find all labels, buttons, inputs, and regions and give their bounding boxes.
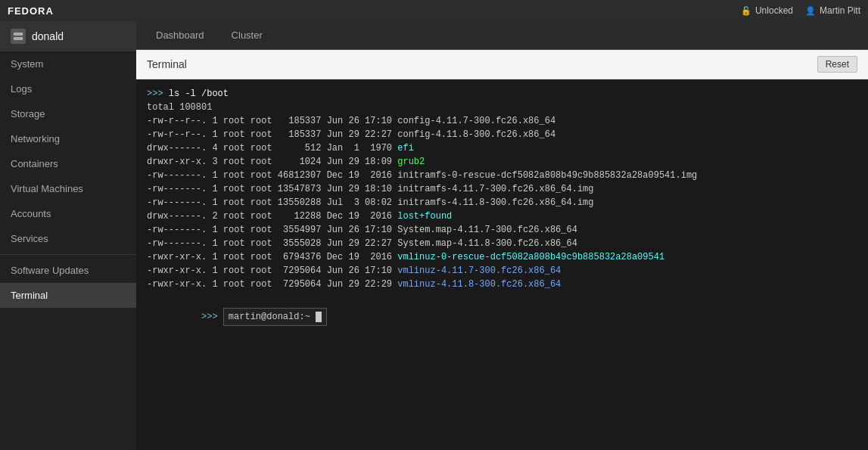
sidebar-item-storage[interactable]: Storage <box>0 101 136 126</box>
sidebar-item-accounts[interactable]: Accounts <box>0 201 136 226</box>
terminal-line: -rw-------. 1 root root 3555028 Jun 29 2… <box>147 237 857 250</box>
sidebar-item-system[interactable]: System <box>0 51 136 76</box>
terminal-line: drwx------. 4 root root 512 Jan 1 1970 e… <box>147 141 857 155</box>
main-content: Dashboard Cluster Terminal Reset >>> ls … <box>136 21 868 450</box>
layout: donald System Logs Storage Networking Co… <box>0 21 868 450</box>
topbar: FEDORA 🔓 Unlocked 👤 Martin Pitt <box>0 0 868 21</box>
user-icon: 👤 <box>805 6 816 16</box>
terminal-line: -rw-------. 1 root root 13550288 Jul 3 0… <box>147 196 857 209</box>
sidebar: donald System Logs Storage Networking Co… <box>0 21 136 450</box>
tab-dashboard[interactable]: Dashboard <box>144 23 216 48</box>
terminal-title: Terminal <box>147 58 187 70</box>
terminal-prompt-line: >>> martin@donald:~ <box>147 291 857 340</box>
terminal-cursor <box>316 312 322 322</box>
terminal-header: Terminal Reset <box>136 50 868 79</box>
user-label: Martin Pitt <box>820 5 860 16</box>
tabbar: Dashboard Cluster <box>136 21 868 50</box>
terminal-line: -rw-r--r--. 1 root root 185337 Jun 29 22… <box>147 128 857 141</box>
sidebar-item-containers[interactable]: Containers <box>0 151 136 176</box>
terminal-container: Terminal Reset >>> ls -l /boot total 100… <box>136 50 868 450</box>
svg-point-2 <box>20 33 22 35</box>
nav: System Logs Storage Networking Container… <box>0 51 136 450</box>
unlocked-label: Unlocked <box>755 5 793 16</box>
server-icon <box>11 29 26 44</box>
lock-icon: 🔓 <box>741 6 751 16</box>
topbar-right: 🔓 Unlocked 👤 Martin Pitt <box>741 5 860 16</box>
sidebar-item-virtual-machines[interactable]: Virtual Machines <box>0 176 136 201</box>
terminal-line: -rw-------. 1 root root 13547873 Jun 29 … <box>147 182 857 196</box>
server-item[interactable]: donald <box>0 21 136 51</box>
nav-divider <box>0 254 136 255</box>
svg-point-3 <box>20 38 22 39</box>
app-title: FEDORA <box>8 5 54 17</box>
terminal-line: -rw-------. 1 root root 46812307 Dec 19 … <box>147 169 857 182</box>
server-name: donald <box>32 30 64 42</box>
terminal-line: -rwxr-xr-x. 1 root root 7295064 Jun 26 1… <box>147 264 857 278</box>
terminal-line: >>> ls -l /boot <box>147 87 857 101</box>
sidebar-item-logs[interactable]: Logs <box>0 76 136 101</box>
tab-cluster[interactable]: Cluster <box>219 23 275 48</box>
terminal-line: -rw-r--r--. 1 root root 185337 Jun 26 17… <box>147 114 857 128</box>
sidebar-item-networking[interactable]: Networking <box>0 126 136 151</box>
reset-button[interactable]: Reset <box>817 56 857 73</box>
sidebar-item-software-updates[interactable]: Software Updates <box>0 258 136 283</box>
sidebar-item-services[interactable]: Services <box>0 226 136 251</box>
terminal-line: -rwxr-xr-x. 1 root root 6794376 Dec 19 2… <box>147 250 857 264</box>
terminal-line: total 100801 <box>147 101 857 114</box>
terminal-line: -rwxr-xr-x. 1 root root 7295064 Jun 29 2… <box>147 278 857 291</box>
terminal-line: -rw-------. 1 root root 3554997 Jun 26 1… <box>147 223 857 237</box>
terminal-line: drwx------. 2 root root 12288 Dec 19 201… <box>147 209 857 223</box>
terminal-line: drwxr-xr-x. 3 root root 1024 Jun 29 18:0… <box>147 155 857 169</box>
terminal-prompt-box: martin@donald:~ <box>223 308 327 326</box>
sidebar-item-terminal[interactable]: Terminal <box>0 283 136 308</box>
terminal-body[interactable]: >>> ls -l /boot total 100801 -rw-r--r--.… <box>136 79 868 450</box>
user-info[interactable]: 👤 Martin Pitt <box>805 5 860 16</box>
lock-status[interactable]: 🔓 Unlocked <box>741 5 793 16</box>
